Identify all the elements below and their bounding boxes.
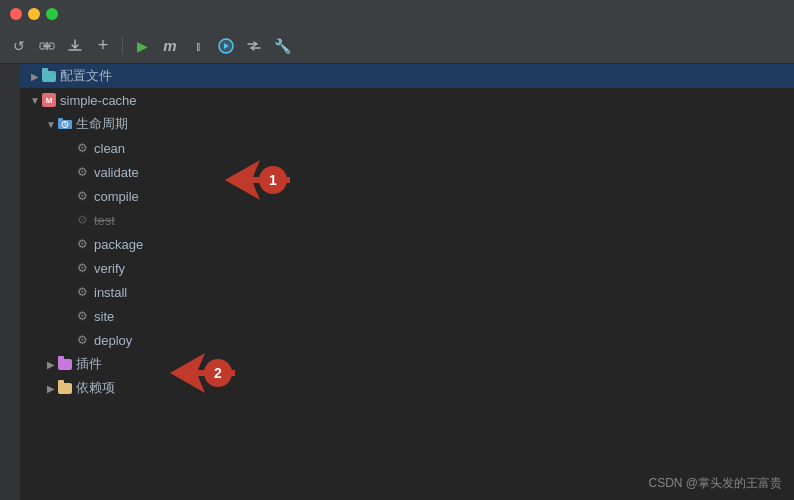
tree-item-deploy[interactable]: deploy	[20, 328, 794, 352]
add-icon[interactable]: +	[92, 35, 114, 57]
parallel-icon[interactable]: ⫾	[187, 35, 209, 57]
config-folder-icon	[42, 71, 56, 82]
gear-test-icon: ⚙	[74, 212, 90, 228]
chevron-plugins	[44, 357, 58, 371]
annotation-2: 2	[140, 348, 240, 402]
separator-1	[122, 37, 123, 55]
toolbar: ↺ + ▶ m ⫾ 🔧	[0, 28, 794, 64]
lifecycle-folder-icon	[58, 117, 72, 131]
maven-m-icon[interactable]: m	[159, 35, 181, 57]
tree-item-plugins[interactable]: 插件	[20, 352, 794, 376]
watermark: CSDN @掌头发的王富贵	[648, 475, 782, 492]
validate-label: validate	[94, 165, 139, 180]
svg-rect-6	[58, 118, 63, 121]
linked-icon[interactable]	[36, 35, 58, 57]
tree-item-compile[interactable]: compile	[20, 184, 794, 208]
maven-tree-panel[interactable]: 配置文件 M simple-cache 生命周期	[20, 64, 794, 500]
chevron-lifecycle	[44, 117, 58, 131]
traffic-lights	[10, 8, 58, 20]
lifecycle-run-icon[interactable]	[215, 35, 237, 57]
chevron-simple-cache	[28, 93, 42, 107]
tree-item-clean[interactable]: clean	[20, 136, 794, 160]
download-icon[interactable]	[64, 35, 86, 57]
gear-site-icon	[74, 308, 90, 324]
annotation-1: 1	[195, 155, 295, 209]
plugins-label: 插件	[76, 355, 102, 373]
clean-label: clean	[94, 141, 125, 156]
settings-wrench-icon[interactable]: 🔧	[271, 35, 293, 57]
chevron-dependencies	[44, 381, 58, 395]
svg-text:1: 1	[269, 172, 277, 188]
dep-folder-icon	[58, 383, 72, 394]
gear-validate-icon	[74, 164, 90, 180]
refresh-icon[interactable]: ↺	[8, 35, 30, 57]
main-panel: 配置文件 M simple-cache 生命周期	[0, 64, 794, 500]
gear-verify-icon	[74, 260, 90, 276]
left-gutter	[0, 64, 20, 500]
gear-install-icon	[74, 284, 90, 300]
dependencies-label: 依赖项	[76, 379, 115, 397]
lifecycle-label: 生命周期	[76, 115, 128, 133]
gear-package-icon	[74, 236, 90, 252]
maximize-button[interactable]	[46, 8, 58, 20]
deploy-label: deploy	[94, 333, 132, 348]
tree-item-test[interactable]: ⚙ test	[20, 208, 794, 232]
simple-cache-label: simple-cache	[60, 93, 137, 108]
chevron-config	[28, 69, 42, 83]
plugin-folder-icon	[58, 359, 72, 370]
tree-item-dependencies[interactable]: 依赖项	[20, 376, 794, 400]
gear-compile-icon	[74, 188, 90, 204]
package-label: package	[94, 237, 143, 252]
test-label: test	[94, 213, 115, 228]
toggle-icon[interactable]	[243, 35, 265, 57]
tree-item-simple-cache[interactable]: M simple-cache	[20, 88, 794, 112]
tree-item-site[interactable]: site	[20, 304, 794, 328]
run-icon[interactable]: ▶	[131, 35, 153, 57]
gear-deploy-icon	[74, 332, 90, 348]
verify-label: verify	[94, 261, 125, 276]
tree-item-validate[interactable]: validate	[20, 160, 794, 184]
maven-project-icon: M	[42, 93, 56, 107]
tree-item-package[interactable]: package	[20, 232, 794, 256]
config-label: 配置文件	[60, 67, 112, 85]
compile-label: compile	[94, 189, 139, 204]
install-label: install	[94, 285, 127, 300]
tree-item-config[interactable]: 配置文件	[20, 64, 794, 88]
minimize-button[interactable]	[28, 8, 40, 20]
svg-text:2: 2	[214, 365, 222, 381]
tree-item-verify[interactable]: verify	[20, 256, 794, 280]
gear-clean-icon	[74, 140, 90, 156]
tree-item-install[interactable]: install	[20, 280, 794, 304]
close-button[interactable]	[10, 8, 22, 20]
title-bar	[0, 0, 794, 28]
tree-item-lifecycle[interactable]: 生命周期	[20, 112, 794, 136]
site-label: site	[94, 309, 114, 324]
